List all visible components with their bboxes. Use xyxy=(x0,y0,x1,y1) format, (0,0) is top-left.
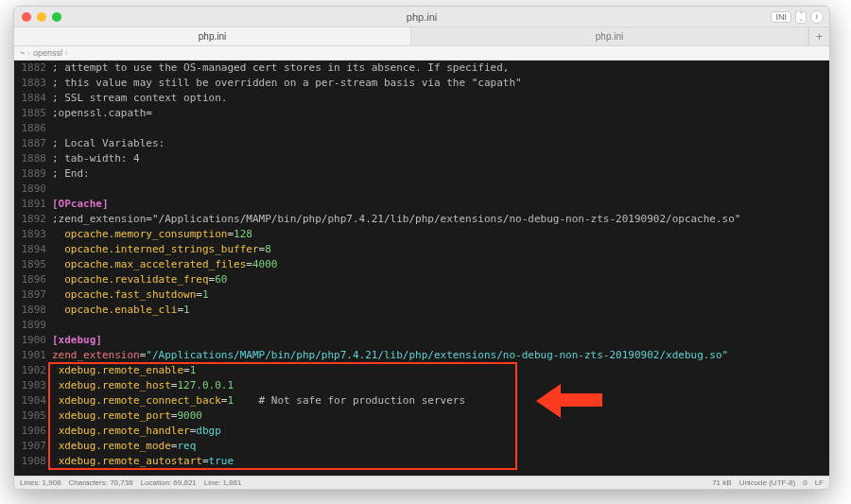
tab-label: php.ini xyxy=(596,31,623,42)
code-content: opcache.fast_shutdown=1 xyxy=(52,287,829,303)
traffic-lights xyxy=(22,12,61,22)
line-number: 1888 xyxy=(14,151,52,166)
line-number: 1891 xyxy=(14,197,52,212)
code-line[interactable]: 1893 opcache.memory_consumption=128 xyxy=(14,227,829,242)
code-line[interactable]: 1897 opcache.fast_shutdown=1 xyxy=(14,287,829,303)
window-title: php.ini xyxy=(407,11,437,23)
code-line[interactable]: 1886 xyxy=(14,121,829,136)
path-seg: ~ xyxy=(20,48,25,58)
code-line[interactable]: 1887; Local Variables: xyxy=(14,136,829,151)
code-content: xdebug.remote_handler=dbgp xyxy=(52,424,829,439)
code-line[interactable]: 1899 xyxy=(14,318,829,333)
code-line[interactable]: 1903 xdebug.remote_host=127.0.0.1 xyxy=(14,378,829,393)
code-content: [xdebug] xyxy=(52,333,829,348)
line-number: 1886 xyxy=(14,121,52,136)
code-line[interactable]: 1888; tab-width: 4 xyxy=(14,151,829,166)
status-bom: 0 xyxy=(803,478,807,487)
code-line[interactable]: 1892;zend_extension="/Applications/MAMP/… xyxy=(14,212,829,227)
code-line[interactable]: 1896 opcache.revalidate_freq=60 xyxy=(14,272,829,287)
status-line: Line: 1,881 xyxy=(204,478,242,487)
line-number: 1887 xyxy=(14,136,52,151)
line-number: 1897 xyxy=(14,287,52,303)
code-content xyxy=(52,318,829,333)
line-number: 1892 xyxy=(14,212,52,227)
titlebar-right: INI i xyxy=(771,10,824,24)
code-content: opcache.max_accelerated_files=4000 xyxy=(52,257,829,272)
line-number: 1906 xyxy=(14,424,52,439)
code-line[interactable]: 1898 opcache.enable_cli=1 xyxy=(14,303,829,318)
code-content: ; Local Variables: xyxy=(52,136,829,151)
line-number: 1890 xyxy=(14,182,52,197)
code-line[interactable]: 1902 xdebug.remote_enable=1 xyxy=(14,363,829,378)
titlebar: php.ini INI i xyxy=(14,7,829,27)
language-badge[interactable]: INI xyxy=(771,11,791,23)
code-line[interactable]: 1904 xdebug.remote_connect_back=1 # Not … xyxy=(14,393,829,408)
code-line[interactable]: 1883; this value may still be overridden… xyxy=(14,76,829,91)
code-line[interactable]: 1889; End: xyxy=(14,166,829,182)
line-number: 1895 xyxy=(14,257,52,272)
code-content: ;openssl.capath= xyxy=(52,106,829,121)
tab-1[interactable]: php.ini xyxy=(411,27,808,45)
line-number: 1882 xyxy=(14,61,52,76)
line-number: 1901 xyxy=(14,348,52,363)
chevron-right-icon: › xyxy=(27,49,30,58)
line-number: 1908 xyxy=(14,454,52,469)
zoom-button[interactable] xyxy=(52,12,61,22)
code-content: ;zend_extension="/Applications/MAMP/bin/… xyxy=(52,212,829,227)
code-content xyxy=(52,182,829,197)
code-content xyxy=(52,121,829,136)
code-line[interactable]: 1891[OPcache] xyxy=(14,197,829,212)
code-line[interactable]: 1885;openssl.capath= xyxy=(14,106,829,121)
line-number: 1896 xyxy=(14,272,52,287)
code-content: xdebug.remote_autostart=true xyxy=(52,454,829,469)
code-line[interactable]: 1895 opcache.max_accelerated_files=4000 xyxy=(14,257,829,272)
line-number: 1893 xyxy=(14,227,52,242)
code-line[interactable]: 1882; attempt to use the OS-managed cert… xyxy=(14,61,829,76)
path-seg: openssl xyxy=(33,48,62,58)
status-lineend[interactable]: LF xyxy=(815,478,824,487)
code-line[interactable]: 1900[xdebug] xyxy=(14,333,829,348)
editor-window: php.ini INI i php.ini php.ini + ~ › open… xyxy=(13,6,830,490)
line-number: 1889 xyxy=(14,166,52,182)
line-number: 1905 xyxy=(14,408,52,424)
info-button[interactable]: i xyxy=(810,10,824,24)
code-lines-container: 1882; attempt to use the OS-managed cert… xyxy=(14,61,829,469)
code-content: ; SSL stream context option. xyxy=(52,91,829,106)
code-content: opcache.enable_cli=1 xyxy=(52,303,829,318)
code-line[interactable]: 1901zend_extension="/Applications/MAMP/b… xyxy=(14,348,829,363)
new-tab-button[interactable]: + xyxy=(808,27,829,45)
lang-switch-stepper[interactable] xyxy=(795,10,807,24)
status-encoding[interactable]: Unicode (UTF-8) xyxy=(739,478,796,487)
chevron-right-icon: › xyxy=(65,49,68,58)
line-number: 1903 xyxy=(14,378,52,393)
code-content: ; attempt to use the OS-managed cert sto… xyxy=(52,61,829,76)
line-number: 1907 xyxy=(14,439,52,454)
code-editor[interactable]: 1882; attempt to use the OS-managed cert… xyxy=(14,61,829,476)
minimize-button[interactable] xyxy=(37,12,46,22)
code-line[interactable]: 1907 xdebug.remote_mode=req xyxy=(14,439,829,454)
line-number: 1898 xyxy=(14,303,52,318)
code-content: opcache.interned_strings_buffer=8 xyxy=(52,242,829,257)
status-filesize: 71 kB xyxy=(712,478,731,487)
code-content: ; tab-width: 4 xyxy=(52,151,829,166)
line-number: 1902 xyxy=(14,363,52,378)
status-location: Location: 69,821 xyxy=(141,478,197,487)
line-number: 1883 xyxy=(14,76,52,91)
status-lines: Lines: 1,908 xyxy=(20,478,61,487)
line-number: 1885 xyxy=(14,106,52,121)
code-line[interactable]: 1908 xdebug.remote_autostart=true xyxy=(14,454,829,469)
pathbar[interactable]: ~ › openssl › xyxy=(14,46,829,61)
code-line[interactable]: 1890 xyxy=(14,182,829,197)
code-line[interactable]: 1906 xdebug.remote_handler=dbgp xyxy=(14,424,829,439)
code-line[interactable]: 1905 xdebug.remote_port=9000 xyxy=(14,408,829,424)
close-button[interactable] xyxy=(22,12,31,22)
code-content: xdebug.remote_enable=1 xyxy=(52,363,829,378)
tabbar: php.ini php.ini + xyxy=(14,27,829,46)
code-content: [OPcache] xyxy=(52,197,829,212)
code-line[interactable]: 1884; SSL stream context option. xyxy=(14,91,829,106)
tab-0[interactable]: php.ini xyxy=(14,27,411,45)
code-line[interactable]: 1894 opcache.interned_strings_buffer=8 xyxy=(14,242,829,257)
code-content: xdebug.remote_mode=req xyxy=(52,439,829,454)
code-content: opcache.memory_consumption=128 xyxy=(52,227,829,242)
line-number: 1894 xyxy=(14,242,52,257)
